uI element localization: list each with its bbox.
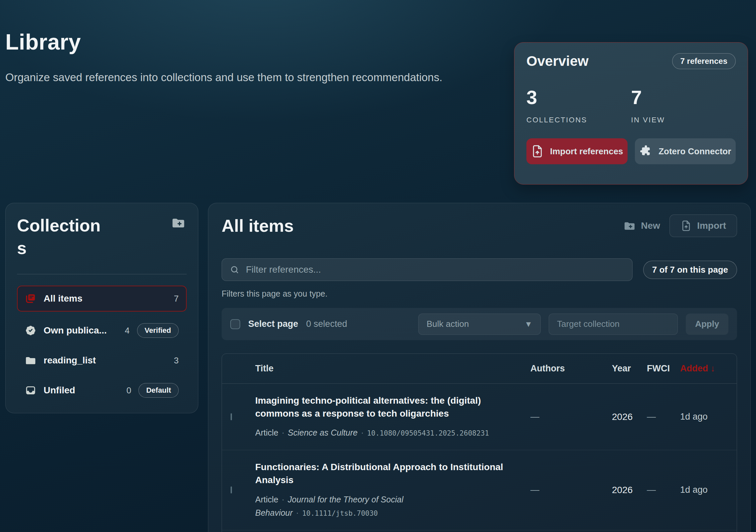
authors-cell: — bbox=[530, 485, 612, 495]
page-subtitle: Organize saved references into collectio… bbox=[5, 70, 498, 85]
added-cell: 1d ago bbox=[680, 412, 737, 422]
badge-check-icon bbox=[25, 325, 36, 336]
collection-label: Unfiled bbox=[44, 385, 119, 396]
year-cell: 2026 bbox=[612, 485, 647, 495]
chevron-down-icon: ▼ bbox=[524, 320, 532, 329]
collections-title: Collections bbox=[17, 214, 107, 259]
import-references-label: Import references bbox=[550, 146, 623, 157]
import-button[interactable]: Import bbox=[669, 214, 737, 237]
filter-references-input[interactable] bbox=[246, 264, 624, 275]
puzzle-icon bbox=[639, 145, 653, 158]
fwci-cell: — bbox=[647, 412, 680, 422]
reference-type: Article bbox=[255, 495, 278, 504]
collections-card: Collections All items 7 Own publica... 4… bbox=[5, 203, 198, 413]
column-header[interactable]: FWCI bbox=[647, 363, 680, 374]
all-items-card: All items New Import 7 of 7 on this p bbox=[208, 203, 751, 532]
overview-stats: 3 COLLECTIONS 7 IN VIEW bbox=[526, 88, 736, 124]
collections-stat: 3 COLLECTIONS bbox=[526, 88, 631, 124]
sidebar-collection-item[interactable]: reading_list 3 bbox=[17, 349, 187, 371]
folder-icon bbox=[25, 355, 36, 366]
folder-plus-icon bbox=[624, 220, 636, 232]
new-button[interactable]: New bbox=[624, 220, 660, 232]
target-collection-input[interactable] bbox=[549, 314, 678, 335]
collection-label: reading_list bbox=[44, 355, 167, 366]
new-collection-button[interactable] bbox=[170, 214, 187, 232]
select-page-label: Select page bbox=[248, 319, 298, 329]
collection-count: 3 bbox=[174, 355, 179, 366]
select-page-checkbox[interactable] bbox=[230, 319, 240, 329]
bulk-action-select[interactable]: Bulk action ▼ bbox=[418, 314, 541, 335]
collection-label: All items bbox=[44, 293, 167, 304]
selected-count: 0 selected bbox=[306, 319, 347, 329]
filter-hint: Filters this page as you type. bbox=[222, 289, 737, 299]
sidebar-collection-item[interactable]: All items 7 bbox=[17, 286, 187, 312]
column-header[interactable]: Year bbox=[612, 363, 647, 374]
references-count-badge: 7 references bbox=[672, 53, 736, 69]
collection-badge: Verified bbox=[137, 323, 179, 338]
added-cell: 1d ago bbox=[680, 485, 737, 495]
reference-title[interactable]: Functionaries: A Distributional Approach… bbox=[255, 461, 517, 486]
collections-stat-value: 3 bbox=[526, 88, 631, 107]
reference-meta: Article·Journal for the Theory of Social… bbox=[255, 493, 517, 519]
collection-badge: Default bbox=[138, 383, 179, 398]
reference-journal: Science as Culture bbox=[288, 428, 358, 437]
table-row[interactable]: Functionaries: A Distributional Approach… bbox=[222, 450, 737, 530]
library-icon bbox=[25, 293, 36, 304]
new-button-label: New bbox=[641, 220, 660, 231]
row-checkbox[interactable] bbox=[231, 413, 232, 420]
reference-title[interactable]: Imagining techno-political alternatives:… bbox=[255, 394, 517, 420]
in-view-stat-value: 7 bbox=[631, 88, 736, 107]
page-count-badge: 7 of 7 on this page bbox=[643, 261, 737, 279]
file-up-icon bbox=[680, 220, 692, 231]
table-row[interactable]: The Energy Commons and Commoning: Collec… bbox=[222, 530, 737, 532]
search-icon bbox=[230, 265, 239, 274]
collection-count: 7 bbox=[174, 294, 179, 304]
reference-doi: 10.1111/jtsb.70030 bbox=[302, 509, 378, 517]
filter-references-input-wrap bbox=[222, 258, 633, 281]
page-title: Library bbox=[5, 29, 501, 55]
bulk-action-value: Bulk action bbox=[427, 319, 469, 329]
collections-stat-label: COLLECTIONS bbox=[526, 116, 631, 124]
overview-title: Overview bbox=[526, 53, 589, 69]
collection-count: 4 bbox=[125, 326, 129, 336]
import-button-label: Import bbox=[697, 220, 726, 231]
reference-doi: 10.1080/09505431.2025.2608231 bbox=[367, 429, 489, 437]
collection-count: 0 bbox=[126, 385, 131, 396]
table-row[interactable]: Imagining techno-political alternatives:… bbox=[222, 384, 737, 450]
column-header[interactable]: Authors bbox=[530, 363, 612, 374]
references-table: TitleAuthorsYearFWCIAdded ↓ Imagining te… bbox=[222, 353, 737, 532]
import-references-button[interactable]: Import references bbox=[526, 138, 628, 164]
overview-card: Overview 7 references 3 COLLECTIONS 7 IN… bbox=[514, 42, 748, 185]
apply-button[interactable]: Apply bbox=[686, 314, 728, 335]
page-header: Library Organize saved references into c… bbox=[5, 29, 501, 85]
bulk-action-bar: Select page 0 selected Bulk action ▼ App… bbox=[222, 308, 737, 340]
file-up-icon bbox=[531, 145, 544, 158]
all-items-title: All items bbox=[222, 216, 294, 236]
column-header[interactable]: Title bbox=[255, 363, 530, 374]
collections-list: All items 7 Own publica... 4 Verified re… bbox=[17, 286, 187, 401]
folder-plus-icon bbox=[171, 216, 185, 230]
divider bbox=[17, 274, 187, 274]
reference-type: Article bbox=[255, 428, 278, 437]
in-view-stat-label: IN VIEW bbox=[631, 116, 736, 124]
zotero-connector-label: Zotero Connector bbox=[659, 146, 731, 157]
sidebar-collection-item[interactable]: Unfiled 0 Default bbox=[17, 379, 187, 401]
table-body: Imagining techno-political alternatives:… bbox=[222, 384, 737, 532]
zotero-connector-button[interactable]: Zotero Connector bbox=[635, 138, 736, 164]
collection-label: Own publica... bbox=[44, 325, 117, 336]
fwci-cell: — bbox=[647, 485, 680, 495]
column-header[interactable]: Added ↓ bbox=[680, 363, 737, 374]
year-cell: 2026 bbox=[612, 412, 647, 422]
in-view-stat: 7 IN VIEW bbox=[631, 88, 736, 124]
sidebar-collection-item[interactable]: Own publica... 4 Verified bbox=[17, 320, 187, 341]
reference-meta: Article·Science as Culture·10.1080/09505… bbox=[255, 426, 517, 439]
authors-cell: — bbox=[530, 412, 612, 422]
inbox-icon bbox=[25, 385, 36, 396]
table-header-row: TitleAuthorsYearFWCIAdded ↓ bbox=[222, 354, 737, 384]
row-checkbox[interactable] bbox=[231, 486, 232, 493]
